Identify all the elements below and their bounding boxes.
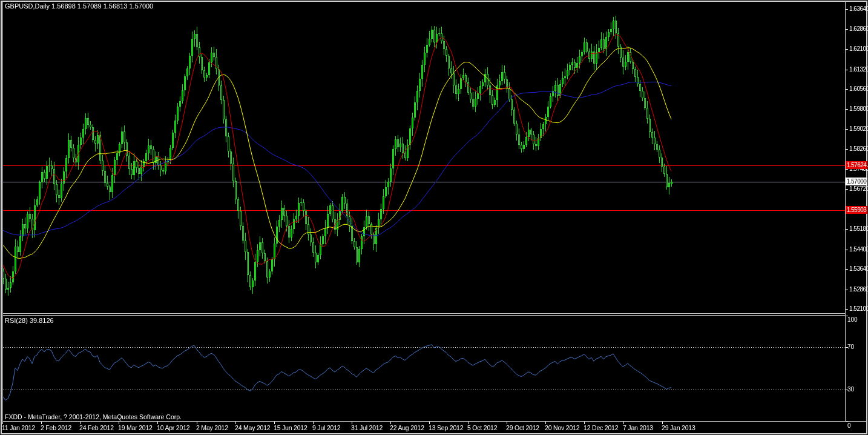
metatrader-chart-window: GBPUSD,Daily 1.56898 1.57089 1.56813 1.5…	[0, 0, 868, 435]
price-tag: 1.55903	[846, 206, 867, 214]
price-tag: 1.57000	[846, 178, 867, 185]
price-tag: 1.57624	[846, 161, 867, 169]
price-chart-canvas[interactable]	[0, 0, 868, 435]
